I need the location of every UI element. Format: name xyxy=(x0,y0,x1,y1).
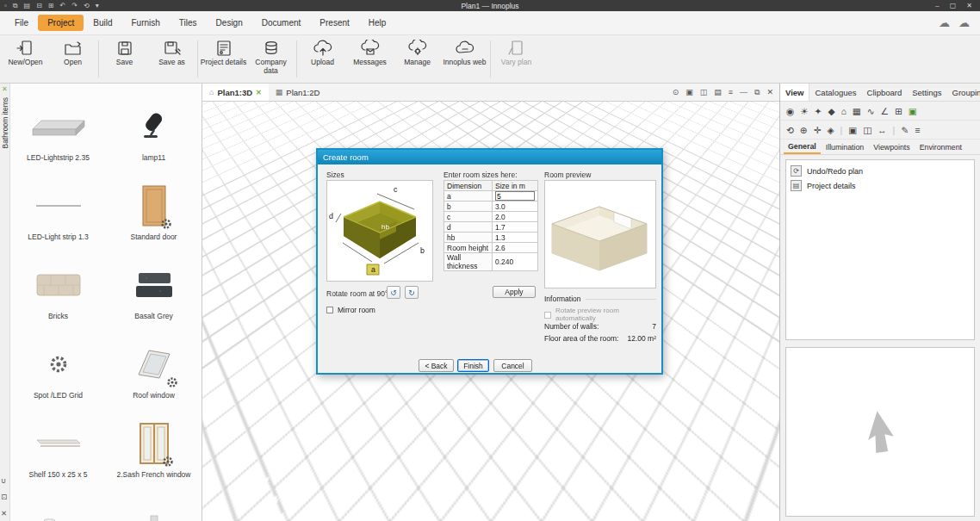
close-button[interactable]: ✕ xyxy=(966,2,972,9)
catalog-item-shelf[interactable]: Shelf 150 x 25 x 5 xyxy=(10,406,106,485)
select-view-icon[interactable]: ◈ xyxy=(827,125,834,135)
list-item-project-details[interactable]: ▤ Project details xyxy=(789,178,971,193)
menu-build[interactable]: Build xyxy=(84,15,121,31)
walkthrough-icon[interactable]: ⌂ xyxy=(840,106,846,116)
manage-button[interactable]: Manage xyxy=(394,35,441,83)
layers-icon[interactable]: ≡ xyxy=(915,125,920,135)
zoom-icon[interactable]: ⊕ xyxy=(800,125,808,135)
tab-view[interactable]: View xyxy=(780,84,809,101)
measure-icon[interactable]: ↔ xyxy=(878,125,887,135)
sidebar-close-icon[interactable]: ✕ xyxy=(2,85,8,93)
new-plan-icon[interactable]: ▫ xyxy=(4,2,7,10)
catalog-item-vases[interactable] xyxy=(10,485,106,521)
camera-icon[interactable]: ▣ xyxy=(848,125,857,135)
menu-design[interactable]: Design xyxy=(207,15,252,31)
curve-icon[interactable]: ∿ xyxy=(867,106,875,116)
list-view-icon[interactable]: ≡ xyxy=(729,88,733,97)
save-as-button[interactable]: Save as xyxy=(148,35,195,83)
minimize-view-icon[interactable]: — xyxy=(740,88,747,97)
redo-icon[interactable]: ↷ xyxy=(71,2,78,10)
rotate-ccw-button[interactable]: ↺ xyxy=(387,286,400,299)
company-data-button[interactable]: Company data xyxy=(247,35,295,83)
visibility-icon[interactable]: ⊙ xyxy=(673,88,679,97)
mirror-room-checkbox[interactable] xyxy=(326,307,333,313)
catalog-item-basalt-grey[interactable]: Basalt Grey xyxy=(106,247,202,326)
tab-close-icon[interactable]: ✕ xyxy=(256,89,262,96)
materials-icon[interactable]: ◆ xyxy=(828,106,834,116)
single-view-icon[interactable]: ▣ xyxy=(685,88,693,97)
tab-catalogues[interactable]: Catalogues xyxy=(809,84,861,101)
val-wall-thickness[interactable]: 0.240 xyxy=(493,253,538,271)
catalog-item-spot-led-grid[interactable]: Spot /LED Grid xyxy=(10,326,106,406)
edit-icon[interactable]: ✎ xyxy=(901,125,909,135)
split-view-icon[interactable]: ◫ xyxy=(700,88,708,97)
apply-button[interactable]: Apply xyxy=(493,286,536,298)
back-button[interactable]: < Back xyxy=(419,359,454,372)
dropdown-icon[interactable]: ▾ xyxy=(96,2,99,10)
dimension-a-input[interactable] xyxy=(495,191,535,201)
menu-present[interactable]: Present xyxy=(310,15,358,31)
project-details-button[interactable]: Project details xyxy=(200,35,247,83)
new-open-button[interactable]: New/Open xyxy=(2,35,49,83)
subtab-general[interactable]: General xyxy=(784,140,821,154)
tab-plan1-3d[interactable]: ⌂ Plan1:3D ✕ xyxy=(202,84,269,101)
menu-help[interactable]: Help xyxy=(359,15,396,31)
rotate-cw-button[interactable]: ↻ xyxy=(405,286,419,299)
close-view-icon[interactable]: ✕ xyxy=(766,88,773,97)
grid-toggle-icon[interactable]: ▦ xyxy=(853,106,861,116)
viewport-icon[interactable]: ◫ xyxy=(863,125,871,135)
frame-select-icon[interactable]: ⊡ xyxy=(1,493,7,501)
tab-clipboard[interactable]: Clipboard xyxy=(862,84,908,101)
maximize-button[interactable]: ▢ xyxy=(950,2,957,9)
save-plan-icon[interactable]: ▤ xyxy=(24,2,31,10)
dialog-titlebar[interactable]: Create room xyxy=(318,150,661,164)
messages-button[interactable]: Messages xyxy=(346,35,394,83)
subtab-illumination[interactable]: Illumination xyxy=(822,141,869,153)
val-b[interactable]: 3.0 xyxy=(493,202,538,212)
color-swatch-icon[interactable]: ▣ xyxy=(909,106,917,116)
menu-furnish[interactable]: Furnish xyxy=(122,15,170,31)
magnet-icon[interactable]: ∪ xyxy=(1,476,7,485)
clear-icon[interactable]: ✕ xyxy=(1,509,7,518)
menu-project[interactable]: Project xyxy=(38,15,84,31)
catalog-item-led-lightstrip[interactable]: LED-Lightstrip 2.35 xyxy=(10,89,106,168)
dimension-grid-icon[interactable]: ⊞ xyxy=(895,106,902,116)
upload-button[interactable]: Upload xyxy=(299,35,346,83)
val-hb[interactable]: 1.3 xyxy=(493,233,538,243)
refresh-icon[interactable]: ⟲ xyxy=(84,2,90,10)
tab-grouping[interactable]: Grouping xyxy=(947,84,980,101)
tab-plan1-2d[interactable]: ▦ Plan1:2D xyxy=(269,84,327,101)
menu-file[interactable]: File xyxy=(5,15,38,31)
finish-button[interactable]: Finish xyxy=(457,359,489,372)
cloud-account-icon[interactable]: ☁ xyxy=(958,16,970,29)
sidebar-tab-bathroom-items[interactable]: Bathroom items xyxy=(1,97,9,149)
refresh-view-icon[interactable]: ⟲ xyxy=(786,125,794,135)
menu-document[interactable]: Document xyxy=(252,15,311,31)
val-room-height[interactable]: 2.6 xyxy=(493,243,538,253)
open-button[interactable]: Open xyxy=(49,35,96,83)
cloud-sync-icon[interactable]: ☁ xyxy=(939,16,950,29)
sun-icon[interactable]: ☀ xyxy=(800,106,808,116)
list-item-undo-redo-plan[interactable]: ⟳ Undo/Redo plan xyxy=(789,164,971,178)
val-d[interactable]: 1.7 xyxy=(493,222,538,233)
room-preview-pane[interactable] xyxy=(544,180,656,288)
catalog-item-led-light-strip[interactable]: LED-Light strip 1.3 xyxy=(10,168,106,247)
effects-icon[interactable]: ✦ xyxy=(815,106,822,116)
val-c[interactable]: 2.0 xyxy=(493,212,538,222)
quad-view-icon[interactable]: ▤ xyxy=(714,88,722,97)
minimize-button[interactable]: – xyxy=(935,2,939,9)
subtab-environment[interactable]: Environment xyxy=(915,141,966,153)
menu-tiles[interactable]: Tiles xyxy=(170,15,207,31)
save-button[interactable]: Save xyxy=(101,35,148,83)
catalog-item-bricks[interactable]: Bricks xyxy=(10,247,106,326)
tab-settings[interactable]: Settings xyxy=(907,84,946,101)
restore-view-icon[interactable]: ⧉ xyxy=(754,88,760,97)
export-icon[interactable]: ⊞ xyxy=(48,2,54,10)
render-icon[interactable]: ◉ xyxy=(786,106,794,116)
catalog-item-lamp11[interactable]: lamp11 xyxy=(106,89,202,168)
undo-icon[interactable]: ↶ xyxy=(60,2,66,10)
innoplus-web-button[interactable]: Innoplus web xyxy=(441,35,488,83)
catalog-item-standard-door[interactable]: Standard door xyxy=(106,168,202,247)
catalog-item-roof-window[interactable]: Roof window xyxy=(106,326,202,406)
print-icon[interactable]: ⊟ xyxy=(36,2,42,10)
